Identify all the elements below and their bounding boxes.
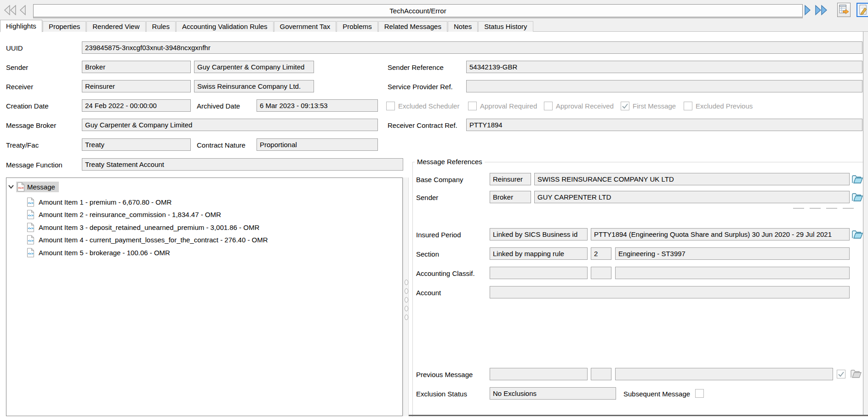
message-title: TechAccount/Error [389,7,446,15]
base-company-type-field[interactable]: Reinsurer [490,173,531,185]
previous-message-checkbox[interactable] [837,370,845,378]
tab-rules[interactable]: Rules [146,21,176,32]
service-provider-ref-field[interactable] [466,80,862,92]
contract-nature-field[interactable]: Proportional [257,138,378,151]
base-company-open-button[interactable] [851,173,863,185]
sender-name-field[interactable]: Guy Carpenter & Company Limited [194,61,314,73]
chevron-down-icon[interactable] [7,183,15,190]
account-field[interactable] [490,286,850,298]
tab-notes[interactable]: Notes [448,21,478,32]
uuid-label: UUID [6,41,23,54]
nav-last-button[interactable] [814,4,828,17]
xml-item-icon: <•> [27,248,34,258]
folder-open-disabled-icon [850,368,862,379]
insured-period-link-field[interactable]: Linked by SICS Business id [490,228,588,240]
base-company-label: Base Company [416,173,463,186]
ref-sender-name-field[interactable]: GUY CARPENTER LTD [534,191,850,203]
uuid-value: 239845875-3nxcgf03xnut-3948ncxgxnfhr [85,44,211,52]
svg-text:<•>: <•> [28,239,33,243]
tab-status-history[interactable]: Status History [478,21,533,32]
contract-nature-label: Contract Nature [197,138,246,151]
approval-required-checkbox[interactable] [468,102,477,110]
service-provider-ref-label: Service Provider Ref. [388,80,453,93]
receiver-label: Receiver [6,80,33,93]
double-chevron-right-icon [814,5,828,16]
receiver-contract-ref-field[interactable]: PTTY1894 [466,119,862,131]
ref-sender-type-field[interactable]: Broker [490,191,531,203]
xml-message-icon: <•> [17,182,25,192]
message-broker-label: Message Broker [6,119,56,132]
creation-date-field[interactable]: 24 Feb 2022 - 00:00:00 [82,99,191,112]
tree-item[interactable]: <•> Amount Item 4 - current_payment_loss… [27,234,268,246]
tree-root-row[interactable]: <•> Message [7,181,59,193]
nav-back-button[interactable] [18,4,27,17]
tab-government-tax[interactable]: Government Tax [274,21,337,32]
base-company-name-field[interactable]: SWISS REINSURANCE COMPANY UK LTD [534,173,850,185]
insured-period-label: Insured Period [416,228,461,241]
tab-bar: Highlights Properties Rendered View Rule… [0,20,868,32]
svg-text:<•>: <•> [28,213,33,218]
splitter-handle[interactable] [403,178,409,416]
tree-item[interactable]: <•> Amount Item 1 - premium - 6,670.80 -… [27,196,171,208]
chevron-right-icon [804,5,811,16]
chevron-left-icon [19,5,26,16]
previous-message-number-field[interactable] [591,368,611,380]
subsequent-message-checkbox[interactable] [695,389,704,398]
subsequent-message-label: Subsequent Message [623,387,690,400]
flag-approval-received: Approval Received [544,99,614,112]
tab-properties[interactable]: Properties [43,21,86,32]
double-chevron-left-icon [3,5,17,16]
svg-text:<•>: <•> [18,186,23,190]
archived-date-label: Archived Date [197,99,240,112]
tab-problems[interactable]: Problems [337,21,377,32]
previous-message-value-field[interactable] [615,368,833,380]
nav-forward-button[interactable] [804,4,812,17]
accounting-classif-link-field[interactable] [490,267,588,279]
tree-item[interactable]: <•> Amount Item 3 - deposit_retained_une… [27,221,259,233]
tab-accounting-validation-rules[interactable]: Accounting Validation Rules [176,21,274,32]
excluded-scheduler-checkbox[interactable] [386,102,395,110]
insured-period-value-field[interactable]: PTTY1894 (Engineering Quota Share and Su… [591,228,850,240]
xml-item-icon: <•> [27,210,34,219]
svg-text:<•>: <•> [28,226,33,230]
divider-dash [826,208,837,209]
receiver-name-field[interactable]: Swiss Reinsurance Company Ltd. [194,80,314,92]
section-link-field[interactable]: Linked by mapping rule [490,247,588,260]
accounting-classif-value-field[interactable] [615,267,850,279]
tree-item[interactable]: <•> Amount Item 2 - reinsurance_commissi… [27,208,221,220]
tab-rendered-view[interactable]: Rendered View [86,21,145,32]
previous-message-open-button[interactable] [850,368,862,380]
section-number-field[interactable]: 2 [591,247,611,260]
accounting-classif-number-field[interactable] [591,267,611,279]
edit-button[interactable] [857,3,868,17]
message-function-label: Message Function [6,158,63,171]
message-title-field[interactable]: TechAccount/Error [33,4,803,18]
divider-dash [810,208,821,209]
folder-open-icon [851,174,863,185]
export-list-button[interactable] [837,3,851,17]
excluded-previous-checkbox[interactable] [684,102,692,110]
uuid-field[interactable]: 239845875-3nxcgf03xnut-3948ncxgxnfhr [82,41,862,54]
tree-item[interactable]: <•> Amount Item 5 - brokerage - 100.06 -… [27,246,170,258]
tab-highlights[interactable]: Highlights [0,20,42,32]
approval-received-checkbox[interactable] [544,102,553,110]
exclusion-status-field[interactable]: No Exclusions [490,387,616,400]
archived-date-field[interactable]: 6 Mar 2023 - 09:13:53 [257,99,378,112]
ref-sender-open-button[interactable] [851,191,863,203]
message-broker-field[interactable]: Guy Carpenter & Company Limited [82,119,378,131]
sender-reference-field[interactable]: 54342139-GBR [466,61,862,73]
divider-dash [843,208,854,209]
first-message-checkbox[interactable] [621,102,629,110]
creation-date-label: Creation Date [6,99,49,112]
sender-type-field[interactable]: Broker [82,61,191,73]
receiver-type-field[interactable]: Reinsurer [82,80,191,92]
previous-message-link-field[interactable] [490,368,588,380]
toolbar: TechAccount/Error [0,0,868,20]
tree-root-label: Message [27,183,55,191]
tab-related-messages[interactable]: Related Messages [378,21,447,32]
message-function-field[interactable]: Treaty Statement Account [82,158,403,171]
insured-period-open-button[interactable] [851,229,863,240]
treaty-fac-field[interactable]: Treaty [82,138,191,151]
nav-first-button[interactable] [3,4,17,17]
section-value-field[interactable]: Engineering - ST3997 [615,247,850,260]
